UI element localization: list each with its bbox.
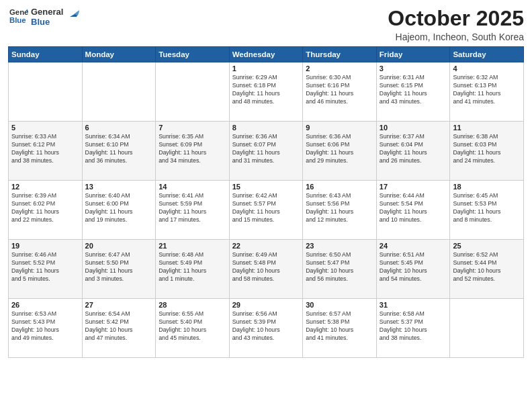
day-cell: 19Sunrise: 6:46 AM Sunset: 5:52 PM Dayli…	[9, 240, 83, 299]
week-row-2: 5Sunrise: 6:33 AM Sunset: 6:12 PM Daylig…	[9, 122, 524, 181]
day-cell: 12Sunrise: 6:39 AM Sunset: 6:02 PM Dayli…	[9, 181, 83, 240]
day-number: 29	[232, 301, 300, 309]
day-number: 30	[306, 301, 373, 309]
day-cell: 16Sunrise: 6:43 AM Sunset: 5:56 PM Dayli…	[303, 181, 377, 240]
day-number: 22	[232, 242, 300, 250]
header-cell-thursday: Thursday	[303, 47, 377, 62]
day-info: Sunrise: 6:30 AM Sunset: 6:16 PM Dayligh…	[306, 74, 373, 106]
day-info: Sunrise: 6:45 AM Sunset: 5:53 PM Dayligh…	[453, 192, 521, 224]
day-number: 25	[453, 242, 521, 250]
day-cell: 21Sunrise: 6:48 AM Sunset: 5:49 PM Dayli…	[156, 240, 230, 299]
title-block: October 2025 Hajeom, Incheon, South Kore…	[388, 7, 524, 42]
day-info: Sunrise: 6:44 AM Sunset: 5:54 PM Dayligh…	[380, 192, 447, 224]
day-cell: 8Sunrise: 6:36 AM Sunset: 6:07 PM Daylig…	[229, 122, 303, 181]
day-cell: 4Sunrise: 6:32 AM Sunset: 6:13 PM Daylig…	[450, 62, 524, 122]
day-cell: 5Sunrise: 6:33 AM Sunset: 6:12 PM Daylig…	[9, 122, 83, 181]
day-info: Sunrise: 6:57 AM Sunset: 5:38 PM Dayligh…	[306, 310, 373, 342]
day-cell: 24Sunrise: 6:51 AM Sunset: 5:45 PM Dayli…	[376, 240, 450, 299]
day-cell: 17Sunrise: 6:44 AM Sunset: 5:54 PM Dayli…	[376, 181, 450, 240]
day-number: 13	[85, 183, 153, 191]
header-cell-tuesday: Tuesday	[156, 47, 230, 62]
day-cell: 29Sunrise: 6:56 AM Sunset: 5:39 PM Dayli…	[229, 299, 303, 358]
calendar-subtitle: Hajeom, Incheon, South Korea	[388, 32, 524, 42]
calendar-table: SundayMondayTuesdayWednesdayThursdayFrid…	[8, 46, 524, 358]
day-info: Sunrise: 6:42 AM Sunset: 5:57 PM Dayligh…	[232, 192, 300, 224]
day-info: Sunrise: 6:31 AM Sunset: 6:15 PM Dayligh…	[380, 74, 447, 106]
logo-general-text: General	[31, 7, 63, 17]
day-number: 9	[306, 124, 373, 132]
svg-text:General: General	[9, 8, 28, 16]
day-cell: 11Sunrise: 6:38 AM Sunset: 6:03 PM Dayli…	[450, 122, 524, 181]
header-cell-friday: Friday	[376, 47, 450, 62]
day-info: Sunrise: 6:33 AM Sunset: 6:12 PM Dayligh…	[11, 133, 79, 165]
day-cell: 2Sunrise: 6:30 AM Sunset: 6:16 PM Daylig…	[303, 62, 377, 122]
header-cell-sunday: Sunday	[9, 47, 83, 62]
week-row-5: 26Sunrise: 6:53 AM Sunset: 5:43 PM Dayli…	[9, 299, 524, 358]
logo-bird-icon	[64, 7, 79, 22]
day-cell	[82, 62, 156, 122]
day-info: Sunrise: 6:46 AM Sunset: 5:52 PM Dayligh…	[11, 251, 79, 283]
day-cell: 26Sunrise: 6:53 AM Sunset: 5:43 PM Dayli…	[9, 299, 83, 358]
day-info: Sunrise: 6:50 AM Sunset: 5:47 PM Dayligh…	[306, 251, 373, 283]
day-number: 19	[11, 242, 79, 250]
svg-text:Blue: Blue	[9, 16, 26, 24]
day-number: 8	[232, 124, 300, 132]
day-cell: 7Sunrise: 6:35 AM Sunset: 6:09 PM Daylig…	[156, 122, 230, 181]
day-info: Sunrise: 6:52 AM Sunset: 5:44 PM Dayligh…	[453, 251, 521, 283]
day-cell	[156, 62, 230, 122]
week-row-1: 1Sunrise: 6:29 AM Sunset: 6:18 PM Daylig…	[9, 62, 524, 122]
logo-blue-text: Blue	[31, 17, 63, 28]
day-number: 14	[159, 183, 226, 191]
day-number: 21	[159, 242, 226, 250]
day-info: Sunrise: 6:43 AM Sunset: 5:56 PM Dayligh…	[306, 192, 373, 224]
day-info: Sunrise: 6:51 AM Sunset: 5:45 PM Dayligh…	[380, 251, 447, 283]
day-cell: 6Sunrise: 6:34 AM Sunset: 6:10 PM Daylig…	[82, 122, 156, 181]
day-info: Sunrise: 6:47 AM Sunset: 5:50 PM Dayligh…	[85, 251, 153, 283]
day-cell: 15Sunrise: 6:42 AM Sunset: 5:57 PM Dayli…	[229, 181, 303, 240]
day-info: Sunrise: 6:36 AM Sunset: 6:06 PM Dayligh…	[306, 133, 373, 165]
day-info: Sunrise: 6:49 AM Sunset: 5:48 PM Dayligh…	[232, 251, 300, 283]
day-cell: 28Sunrise: 6:55 AM Sunset: 5:40 PM Dayli…	[156, 299, 230, 358]
day-info: Sunrise: 6:39 AM Sunset: 6:02 PM Dayligh…	[11, 192, 79, 224]
day-info: Sunrise: 6:37 AM Sunset: 6:04 PM Dayligh…	[380, 133, 447, 165]
day-number: 16	[306, 183, 373, 191]
day-number: 17	[380, 183, 447, 191]
day-cell: 20Sunrise: 6:47 AM Sunset: 5:50 PM Dayli…	[82, 240, 156, 299]
day-cell: 1Sunrise: 6:29 AM Sunset: 6:18 PM Daylig…	[229, 62, 303, 122]
logo: General Blue General Blue	[8, 7, 79, 28]
day-info: Sunrise: 6:38 AM Sunset: 6:03 PM Dayligh…	[453, 133, 521, 165]
day-info: Sunrise: 6:41 AM Sunset: 5:59 PM Dayligh…	[159, 192, 226, 224]
week-row-3: 12Sunrise: 6:39 AM Sunset: 6:02 PM Dayli…	[9, 181, 524, 240]
day-cell: 10Sunrise: 6:37 AM Sunset: 6:04 PM Dayli…	[376, 122, 450, 181]
day-cell: 13Sunrise: 6:40 AM Sunset: 6:00 PM Dayli…	[82, 181, 156, 240]
day-cell: 27Sunrise: 6:54 AM Sunset: 5:42 PM Dayli…	[82, 299, 156, 358]
day-number: 11	[453, 124, 521, 132]
day-cell: 23Sunrise: 6:50 AM Sunset: 5:47 PM Dayli…	[303, 240, 377, 299]
day-number: 23	[306, 242, 373, 250]
header-cell-saturday: Saturday	[450, 47, 524, 62]
day-info: Sunrise: 6:35 AM Sunset: 6:09 PM Dayligh…	[159, 133, 226, 165]
day-number: 26	[11, 301, 79, 309]
header: General Blue General Blue October 2025 H…	[8, 7, 524, 42]
day-cell	[450, 299, 524, 358]
day-number: 12	[11, 183, 79, 191]
day-cell: 18Sunrise: 6:45 AM Sunset: 5:53 PM Dayli…	[450, 181, 524, 240]
day-number: 1	[232, 64, 300, 73]
day-info: Sunrise: 6:29 AM Sunset: 6:18 PM Dayligh…	[232, 74, 300, 106]
day-number: 20	[85, 242, 153, 250]
day-cell: 14Sunrise: 6:41 AM Sunset: 5:59 PM Dayli…	[156, 181, 230, 240]
day-number: 5	[11, 124, 79, 132]
day-number: 28	[159, 301, 226, 309]
day-number: 7	[159, 124, 226, 132]
day-cell: 31Sunrise: 6:58 AM Sunset: 5:37 PM Dayli…	[376, 299, 450, 358]
week-row-4: 19Sunrise: 6:46 AM Sunset: 5:52 PM Dayli…	[9, 240, 524, 299]
day-info: Sunrise: 6:58 AM Sunset: 5:37 PM Dayligh…	[380, 310, 447, 342]
header-cell-wednesday: Wednesday	[229, 47, 303, 62]
day-cell: 25Sunrise: 6:52 AM Sunset: 5:44 PM Dayli…	[450, 240, 524, 299]
day-info: Sunrise: 6:48 AM Sunset: 5:49 PM Dayligh…	[159, 251, 226, 283]
day-cell: 30Sunrise: 6:57 AM Sunset: 5:38 PM Dayli…	[303, 299, 377, 358]
day-number: 10	[380, 124, 447, 132]
day-cell: 3Sunrise: 6:31 AM Sunset: 6:15 PM Daylig…	[376, 62, 450, 122]
day-cell: 22Sunrise: 6:49 AM Sunset: 5:48 PM Dayli…	[229, 240, 303, 299]
day-info: Sunrise: 6:54 AM Sunset: 5:42 PM Dayligh…	[85, 310, 153, 342]
